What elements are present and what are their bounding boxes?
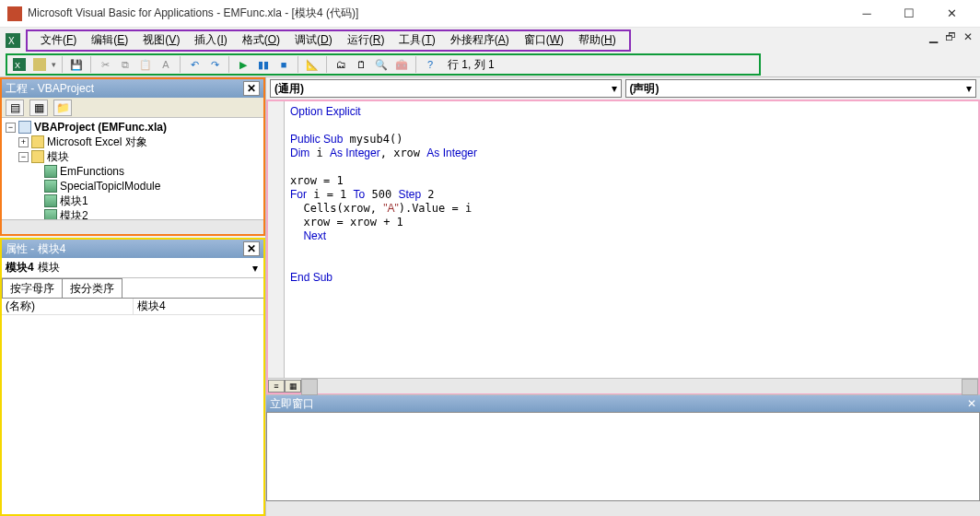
minimize-button[interactable]: ─ bbox=[846, 0, 888, 28]
properties-header[interactable]: 属性 - 模块4 ✕ bbox=[2, 240, 263, 258]
full-module-view-icon[interactable]: ▦ bbox=[285, 380, 301, 393]
immediate-hscrollbar[interactable] bbox=[266, 501, 980, 516]
svg-rect-4 bbox=[33, 58, 46, 71]
module-label: SpecialTopiclModule bbox=[60, 180, 160, 193]
menu-视图[interactable]: 视图(V) bbox=[135, 30, 187, 50]
app-icon bbox=[7, 6, 22, 21]
format-icon[interactable]: A bbox=[158, 56, 174, 73]
copy-icon[interactable]: ⧉ bbox=[117, 56, 134, 73]
menu-插入[interactable]: 插入(I) bbox=[187, 30, 234, 50]
code-hscrollbar[interactable] bbox=[301, 379, 978, 393]
mdi-minimize-icon[interactable]: ▁ bbox=[929, 30, 938, 43]
tree-module-item[interactable]: SpecialTopiclModule bbox=[6, 179, 260, 194]
properties-close-icon[interactable]: ✕ bbox=[243, 241, 260, 256]
immediate-body[interactable] bbox=[266, 412, 980, 501]
module-icon bbox=[44, 165, 57, 178]
menu-bar: X 文件(F)编辑(E)视图(V)插入(I)格式(O)调试(D)运行(R)工具(… bbox=[0, 28, 980, 53]
tree-collapse-icon[interactable]: − bbox=[6, 123, 16, 133]
left-column: 工程 - VBAProject ✕ ▤ ▦ 📁 −VBAProject (EMF… bbox=[0, 77, 265, 516]
module-icon bbox=[44, 194, 57, 207]
project-explorer-pane: 工程 - VBAProject ✕ ▤ ▦ 📁 −VBAProject (EMF… bbox=[0, 77, 265, 236]
module-icon bbox=[44, 180, 57, 193]
tree-module-item[interactable]: 模块2 bbox=[6, 208, 260, 219]
object-dropdown[interactable]: (通用) bbox=[270, 79, 622, 98]
immediate-title: 立即窗口 bbox=[270, 396, 967, 412]
paste-icon[interactable]: 📋 bbox=[137, 56, 154, 73]
menu-帮助[interactable]: 帮助(H) bbox=[571, 30, 624, 50]
excel-icon: X bbox=[6, 33, 20, 48]
sheet-icon[interactable] bbox=[31, 56, 48, 73]
window-title: Microsoft Visual Basic for Applications … bbox=[28, 6, 846, 21]
modules-folder[interactable]: 模块 bbox=[47, 149, 69, 165]
excel-icon[interactable]: X bbox=[11, 56, 28, 73]
design-mode-icon[interactable]: 📐 bbox=[304, 56, 321, 73]
module-label: EmFunctions bbox=[60, 165, 124, 178]
project-explorer-header[interactable]: 工程 - VBAProject ✕ bbox=[2, 79, 263, 98]
toolbar-highlight-box: X ▾ 💾 ✂ ⧉ 📋 A ↶ ↷ ▶ ▮▮ ■ 📐 🗂 🗒 🔍 🧰 ? 行 1… bbox=[6, 53, 761, 76]
redo-icon[interactable]: ↷ bbox=[206, 56, 223, 73]
close-button[interactable]: ✕ bbox=[930, 0, 973, 28]
project-root-label[interactable]: VBAProject (EMFunc.xla) bbox=[34, 121, 167, 134]
toolbox-icon[interactable]: 🧰 bbox=[393, 56, 410, 73]
break-icon[interactable]: ▮▮ bbox=[255, 56, 272, 73]
run-icon[interactable]: ▶ bbox=[235, 56, 251, 73]
menu-编辑[interactable]: 编辑(E) bbox=[84, 30, 135, 50]
svg-text:X: X bbox=[15, 61, 20, 70]
properties-grid[interactable]: (名称) 模块4 bbox=[2, 299, 263, 514]
project-hscrollbar[interactable] bbox=[2, 219, 263, 234]
procedure-dropdown[interactable]: (声明) bbox=[625, 79, 977, 98]
code-text[interactable]: Option Explicit Public Sub mysub4() Dim … bbox=[285, 101, 978, 378]
help-icon[interactable]: ? bbox=[422, 56, 438, 73]
properties-object-selector[interactable]: 模块4 模块 ▾ bbox=[2, 258, 263, 278]
tab-alphabetic[interactable]: 按字母序 bbox=[2, 278, 63, 298]
property-value[interactable]: 模块4 bbox=[133, 299, 263, 314]
properties-tabs: 按字母序 按分类序 bbox=[2, 278, 263, 299]
toolbar: X ▾ 💾 ✂ ⧉ 📋 A ↶ ↷ ▶ ▮▮ ■ 📐 🗂 🗒 🔍 🧰 ? 行 1… bbox=[0, 53, 980, 77]
menu-窗口[interactable]: 窗口(W) bbox=[517, 30, 571, 50]
properties-object-name: 模块4 bbox=[2, 260, 38, 276]
maximize-button[interactable]: ☐ bbox=[888, 0, 930, 28]
code-footer: ≡ ▦ bbox=[268, 378, 978, 393]
view-object-icon[interactable]: ▦ bbox=[29, 100, 48, 116]
procedure-view-icon[interactable]: ≡ bbox=[268, 380, 285, 393]
properties-icon[interactable]: 🗒 bbox=[353, 56, 369, 73]
properties-object-type: 模块 bbox=[38, 260, 60, 276]
immediate-close-icon[interactable]: ✕ bbox=[967, 397, 976, 410]
code-body: Option Explicit Public Sub mysub4() Dim … bbox=[268, 101, 978, 378]
code-editor: Option Explicit Public Sub mysub4() Dim … bbox=[266, 100, 980, 394]
mdi-close-icon[interactable]: ✕ bbox=[963, 30, 973, 43]
object-browser-icon[interactable]: 🔍 bbox=[373, 56, 390, 73]
tree-module-item[interactable]: EmFunctions bbox=[6, 164, 260, 179]
mdi-restore-icon[interactable]: 🗗 bbox=[945, 30, 956, 43]
module-label: 模块2 bbox=[60, 208, 88, 220]
property-row[interactable]: (名称) 模块4 bbox=[2, 299, 263, 315]
toggle-folders-icon[interactable]: 📁 bbox=[53, 100, 72, 116]
project-toolbar: ▤ ▦ 📁 bbox=[2, 98, 263, 118]
right-column: (通用) (声明) Option Explicit Public Sub mys… bbox=[265, 77, 980, 516]
properties-title: 属性 - 模块4 bbox=[6, 241, 243, 257]
project-explorer-close-icon[interactable]: ✕ bbox=[243, 81, 260, 96]
tree-module-item[interactable]: 模块1 bbox=[6, 194, 260, 208]
view-code-icon[interactable]: ▤ bbox=[6, 100, 24, 116]
project-explorer-icon[interactable]: 🗂 bbox=[332, 56, 349, 73]
immediate-header[interactable]: 立即窗口 ✕ bbox=[266, 395, 980, 412]
menu-工具[interactable]: 工具(T) bbox=[391, 30, 442, 50]
project-tree[interactable]: −VBAProject (EMFunc.xla) +Microsoft Exce… bbox=[2, 118, 263, 219]
menu-格式[interactable]: 格式(O) bbox=[235, 30, 287, 50]
excel-objects-folder[interactable]: Microsoft Excel 对象 bbox=[47, 135, 147, 150]
menu-外接程序[interactable]: 外接程序(A) bbox=[443, 30, 517, 50]
menu-文件[interactable]: 文件(F) bbox=[33, 30, 84, 50]
cut-icon[interactable]: ✂ bbox=[97, 56, 113, 73]
menu-调试[interactable]: 调试(D) bbox=[287, 30, 340, 50]
project-icon bbox=[18, 121, 31, 134]
immediate-window: 立即窗口 ✕ bbox=[266, 394, 980, 516]
tab-categorized[interactable]: 按分类序 bbox=[62, 278, 122, 298]
code-margin[interactable] bbox=[268, 101, 285, 378]
undo-icon[interactable]: ↶ bbox=[186, 56, 203, 73]
folder-icon bbox=[31, 135, 44, 148]
save-icon[interactable]: 💾 bbox=[68, 56, 85, 73]
tree-expand-icon[interactable]: + bbox=[18, 137, 29, 147]
reset-icon[interactable]: ■ bbox=[275, 56, 292, 73]
tree-collapse-icon[interactable]: − bbox=[18, 152, 29, 162]
menu-运行[interactable]: 运行(R) bbox=[340, 30, 392, 50]
